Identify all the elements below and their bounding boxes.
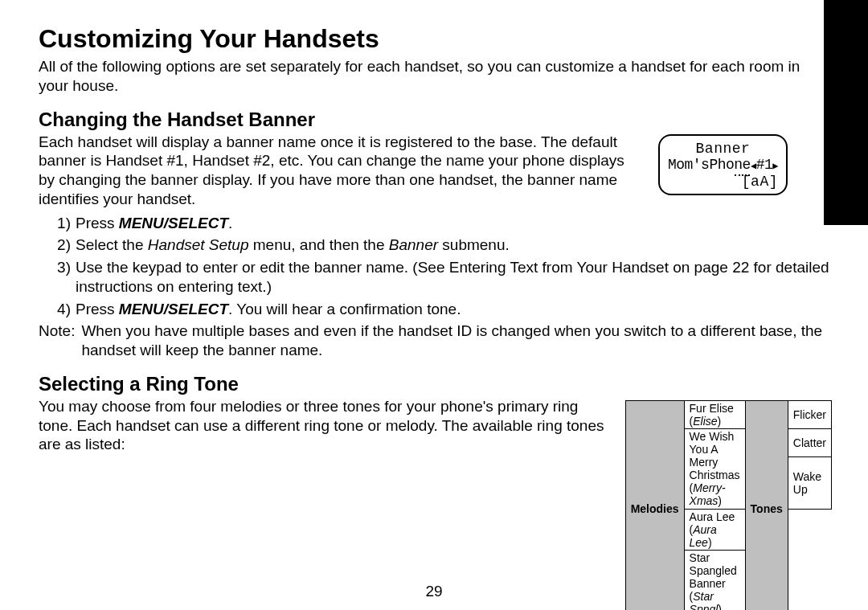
section-heading-ringtone: Selecting a Ring Tone bbox=[39, 373, 832, 395]
manual-page: Customizing Your Handsets Customizing Yo… bbox=[0, 0, 868, 610]
lcd-line-1: Banner bbox=[668, 141, 778, 158]
table-cell: Fur Elise (Elise) bbox=[684, 400, 745, 428]
note-label: Note: bbox=[39, 321, 81, 341]
ringtone-table: Melodies Fur Elise (Elise) Tones Flicker… bbox=[625, 400, 832, 610]
right-arrow-icon: ▶ bbox=[772, 161, 778, 172]
intro-paragraph: All of the following options are set sep… bbox=[39, 57, 832, 96]
step-text: Use the keypad to enter or edit the bann… bbox=[76, 258, 832, 297]
lcd-line-2: Mom'sPhone◀#1▶ bbox=[668, 157, 778, 174]
banner-note: Note: When you have multiple bases and e… bbox=[39, 321, 832, 360]
page-number: 29 bbox=[0, 583, 868, 600]
section-tab: Customizing Your Handsets bbox=[824, 0, 868, 225]
step-number: 2) bbox=[53, 235, 76, 255]
tones-header: Tones bbox=[745, 400, 788, 610]
table-cell: Star Spangled Banner(Star Spngl) bbox=[684, 550, 745, 610]
note-text: When you have multiple bases and even if… bbox=[81, 321, 832, 360]
banner-paragraph: Each handset will display a banner name … bbox=[39, 133, 644, 209]
section-heading-banner: Changing the Handset Banner bbox=[39, 108, 832, 131]
lcd-line-3: [aA] bbox=[668, 174, 778, 190]
ringtone-section-top: You may choose from four melodies or thr… bbox=[39, 397, 832, 610]
banner-lcd-illustration: Banner Mom'sPhone◀#1▶ [aA] bbox=[658, 134, 788, 195]
melodies-header: Melodies bbox=[625, 400, 684, 610]
banner-steps: 1)Press MENU/SELECT. 2)Select the Handse… bbox=[53, 214, 832, 319]
banner-section-top: Each handset will display a banner name … bbox=[39, 133, 832, 209]
step-number: 1) bbox=[53, 214, 76, 233]
table-cell: We Wish You A MerryChristmas (Merry-Xmas… bbox=[684, 428, 745, 509]
table-cell: Flicker bbox=[788, 400, 831, 428]
page-title: Customizing Your Handsets bbox=[39, 24, 832, 54]
step-text: Select the Handset Setup menu, and then … bbox=[76, 235, 832, 255]
ringtone-paragraph: You may choose from four melodies or thr… bbox=[39, 397, 612, 454]
table-cell: Wake Up bbox=[788, 456, 831, 509]
step-text: Press MENU/SELECT. bbox=[76, 214, 832, 233]
step-text: Press MENU/SELECT. You will hear a confi… bbox=[76, 300, 832, 319]
step-number: 3) bbox=[53, 258, 76, 277]
table-cell: Clatter bbox=[788, 428, 831, 456]
section-tab-label: Customizing Your Handsets bbox=[854, 0, 868, 13]
left-arrow-icon: ◀ bbox=[751, 161, 756, 172]
step-number: 4) bbox=[53, 300, 76, 319]
table-cell: Aura Lee (Aura Lee) bbox=[684, 509, 745, 550]
